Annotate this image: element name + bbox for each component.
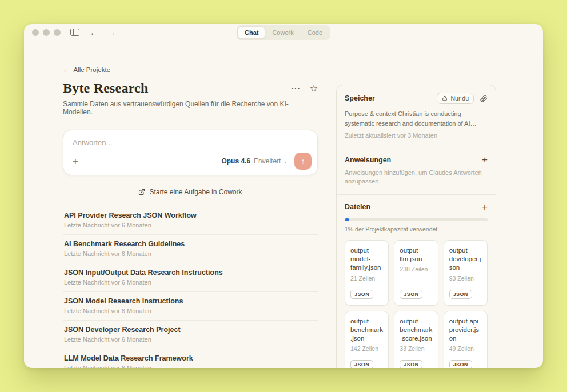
send-button[interactable]: ↑: [294, 153, 312, 170]
chat-list-item[interactable]: JSON Input/Output Data Research Instruct…: [63, 263, 318, 292]
file-type-badge: JSON: [449, 360, 472, 368]
file-type-badge: JSON: [350, 360, 373, 368]
memory-description: Purpose & context Christian is conductin…: [345, 109, 488, 128]
file-type-badge: JSON: [400, 290, 422, 299]
sidebar-toggle-icon[interactable]: [70, 29, 79, 36]
chat-list-item[interactable]: JSON Developer Research Project Letzte N…: [63, 321, 318, 349]
file-card[interactable]: output-llm.json 238 Zeilen JSON: [394, 240, 438, 306]
external-link-icon: [138, 189, 145, 195]
chat-meta: Letzte Nachricht vor 6 Monaten: [64, 250, 317, 257]
chevron-down-icon: ⌄: [283, 158, 288, 164]
tab-cowork[interactable]: Cowork: [265, 26, 300, 39]
file-grid: output-model-family.json 21 Zeilen JSON …: [345, 240, 488, 368]
chat-list: API Provider Research JSON Workflow Letz…: [63, 206, 318, 368]
file-name: output-benchmark-score.json: [400, 317, 432, 343]
chat-title: JSON Developer Research Project: [64, 326, 317, 334]
app-window: ← → Chat Cowork Code ← Alle Projekte Byt…: [24, 24, 543, 368]
file-lines: 238 Zeilen: [400, 266, 432, 273]
composer[interactable]: Antworten... + Opus 4.6 Erweitert ⌄ ↑: [63, 130, 318, 175]
star-icon[interactable]: ☆: [310, 83, 318, 94]
add-file-button[interactable]: +: [482, 202, 488, 212]
chat-title: JSON Model Research Instructions: [64, 297, 317, 305]
file-type-badge: JSON: [350, 290, 373, 299]
file-name: output-developer.json: [449, 246, 482, 273]
traffic-light-zoom[interactable]: [54, 29, 61, 36]
file-name: output-llm.json: [400, 246, 432, 264]
tab-chat[interactable]: Chat: [238, 26, 265, 39]
file-lines: 49 Zeilen: [449, 345, 482, 352]
project-sidebar: Speicher Nur du Purpose & context Christ…: [336, 85, 496, 368]
add-instructions-button[interactable]: +: [482, 155, 488, 165]
file-card[interactable]: output-developer.json 93 Zeilen JSON: [444, 240, 488, 306]
mode-selector[interactable]: Erweitert: [254, 157, 281, 165]
visibility-label: Nur du: [450, 95, 469, 102]
instructions-section: Anweisungen + Anweisungen hinzufügen, um…: [337, 147, 496, 195]
memory-section: Speicher Nur du Purpose & context Christ…: [337, 85, 496, 147]
back-arrow-icon: ←: [63, 66, 70, 73]
mode-tabs: Chat Cowork Code: [237, 25, 330, 40]
visibility-button[interactable]: Nur du: [437, 93, 474, 104]
chat-meta: Letzte Nachricht vor 6 Monaten: [64, 279, 317, 286]
tab-code[interactable]: Code: [301, 26, 329, 39]
chat-title: AI Benchmark Research Guidelines: [64, 240, 317, 248]
file-lines: 142 Zeilen: [350, 345, 383, 352]
chat-meta: Letzte Nachricht vor 6 Monaten: [64, 336, 317, 343]
attach-plus-icon[interactable]: +: [73, 157, 78, 166]
files-title: Dateien: [345, 203, 370, 211]
file-lines: 93 Zeilen: [449, 275, 482, 282]
breadcrumb[interactable]: ← Alle Projekte: [63, 66, 318, 73]
more-options-icon[interactable]: ···: [291, 84, 301, 93]
start-cowork-task-link[interactable]: Starte eine Aufgabe in Cowork: [63, 188, 318, 196]
project-main-column: ← Alle Projekte Byte Research ··· ☆ Samm…: [63, 41, 318, 368]
file-type-badge: JSON: [449, 290, 472, 299]
capacity-label: 1% der Projektkapazität verwendet: [345, 226, 488, 233]
chat-list-item[interactable]: API Provider Research JSON Workflow Letz…: [63, 206, 318, 235]
file-card[interactable]: output-benchmark.json 142 Zeilen JSON: [345, 311, 389, 368]
capacity-progress-fill: [345, 218, 349, 221]
memory-updated: Zuletzt aktualisiert vor 3 Monaten: [345, 132, 488, 139]
breadcrumb-label: Alle Projekte: [74, 66, 111, 73]
memory-title: Speicher: [345, 94, 375, 102]
file-card[interactable]: output-model-family.json 21 Zeilen JSON: [345, 240, 389, 306]
file-name: output-model-family.json: [350, 246, 383, 273]
chat-title: JSON Input/Output Data Research Instruct…: [64, 269, 317, 277]
chat-title: LLM Model Data Research Framework: [64, 354, 317, 362]
paperclip-icon[interactable]: [480, 95, 488, 102]
cowork-link-label: Starte eine Aufgabe in Cowork: [149, 188, 242, 196]
back-arrow-icon[interactable]: ←: [90, 29, 98, 37]
traffic-light-minimize[interactable]: [43, 29, 50, 36]
instructions-title: Anweisungen: [345, 156, 391, 164]
chat-meta: Letzte Nachricht vor 6 Monaten: [64, 307, 317, 314]
chat-meta: Letzte Nachricht vor 6 Monaten: [64, 365, 317, 368]
instructions-subtitle: Anweisungen hinzufügen, um Claudes Antwo…: [345, 169, 488, 186]
forward-arrow-icon: →: [108, 29, 116, 37]
file-type-badge: JSON: [400, 360, 422, 368]
window-titlebar: ← → Chat Cowork Code: [24, 24, 543, 41]
page-title: Byte Research: [63, 81, 148, 96]
chat-list-item[interactable]: AI Benchmark Research Guidelines Letzte …: [63, 235, 318, 263]
model-selector[interactable]: Opus 4.6: [221, 157, 250, 165]
traffic-light-close[interactable]: [32, 29, 39, 36]
file-card[interactable]: output-benchmark-score.json 33 Zeilen JS…: [394, 311, 438, 368]
file-card[interactable]: output-api-provider.json 49 Zeilen JSON: [444, 311, 488, 368]
composer-input[interactable]: Antworten...: [73, 138, 308, 147]
file-name: output-api-provider.json: [449, 317, 482, 343]
files-section: Dateien + 1% der Projektkapazität verwen…: [337, 195, 496, 368]
file-name: output-benchmark.json: [350, 317, 383, 343]
chat-title: API Provider Research JSON Workflow: [64, 211, 317, 219]
capacity-progress: [345, 218, 488, 221]
lock-icon: [442, 95, 448, 101]
file-lines: 33 Zeilen: [400, 345, 432, 352]
chat-meta: Letzte Nachricht vor 6 Monaten: [64, 222, 317, 229]
chat-list-item[interactable]: JSON Model Research Instructions Letzte …: [63, 292, 318, 321]
file-lines: 21 Zeilen: [350, 275, 383, 282]
page-subtitle: Sammle Daten aus vertrauenswürdigen Quel…: [63, 100, 318, 116]
chat-list-item[interactable]: LLM Model Data Research Framework Letzte…: [63, 349, 318, 368]
